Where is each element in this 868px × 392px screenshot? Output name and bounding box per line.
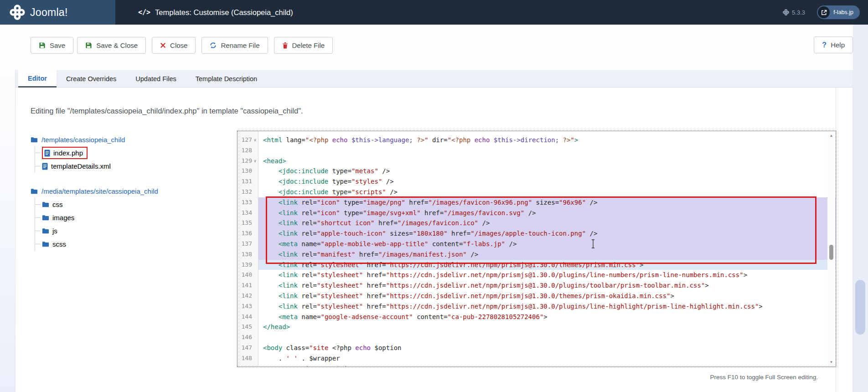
button-label: Close xyxy=(170,41,187,49)
code-line-149[interactable]: . ' view-' . $view xyxy=(258,364,836,366)
external-link-icon xyxy=(818,6,830,18)
fold-chevron-icon[interactable]: ∨ xyxy=(252,135,258,145)
brand-text: Joomla! xyxy=(30,6,68,19)
code-line-139[interactable]: <link rel="stylesheet" href="https://cdn… xyxy=(258,260,836,270)
tree-item-images[interactable]: images xyxy=(35,211,158,224)
fullscreen-hint: Press F10 to toggle Full Screen editing. xyxy=(237,374,836,381)
code-line-127[interactable]: <html lang="<?php echo $this->language; … xyxy=(258,135,836,145)
code-line-131[interactable]: <jdoc:include type="styles" /> xyxy=(258,176,836,187)
toolbar-button-group: Delete File xyxy=(274,37,333,54)
question-icon: ? xyxy=(822,41,827,49)
save-button[interactable]: Save xyxy=(31,37,73,54)
folder-icon xyxy=(42,215,49,221)
tree-connector xyxy=(35,217,41,218)
help-button[interactable]: ? Help xyxy=(814,36,853,53)
site-preview-button[interactable]: f-labs.jp xyxy=(817,5,860,19)
code-line-144[interactable]: <meta name="google-adsense-account" cont… xyxy=(258,312,836,322)
tree-folder-templates-cassiopeia-child[interactable]: /templates/cassiopeia_child xyxy=(31,133,158,146)
code-line-130[interactable]: <jdoc:include type="metas" /> xyxy=(258,166,836,176)
code-line-133[interactable]: <link rel="icon" type="image/png" href="… xyxy=(258,197,836,208)
gutter-line-number: 132 xyxy=(238,187,258,197)
tree-connector xyxy=(35,204,41,205)
tree-item-templatedetails-xml[interactable]: templateDetails.xml xyxy=(35,160,158,173)
tree-item-css[interactable]: css xyxy=(35,198,158,211)
gutter-line-number: 133 xyxy=(238,197,258,208)
gutter-line-number: 149 xyxy=(238,364,258,367)
code-line-136[interactable]: <link rel="apple-touch-icon" sizes="180x… xyxy=(258,228,836,239)
scrollbar-thumb[interactable] xyxy=(829,245,833,260)
save-close-button[interactable]: Save & Close xyxy=(77,37,146,54)
gutter-line-number: 138 xyxy=(238,249,258,260)
tree-item-label: index.php xyxy=(53,149,83,157)
tree-item-index-php[interactable]: index.php xyxy=(35,146,158,160)
editor-vertical-scrollbar[interactable]: ▲ ▼ xyxy=(827,132,835,366)
editing-file-note: Editing file "/templates/cassiopeia_chil… xyxy=(31,107,303,115)
version-text: 5.3.3 xyxy=(792,9,805,16)
code-line-137[interactable]: <meta name="apple-mobile-web-app-title" … xyxy=(258,239,836,249)
version-info: 5.3.3 xyxy=(783,0,805,25)
code-line-146[interactable] xyxy=(258,332,836,343)
tree-connector xyxy=(35,231,41,231)
gutter-line-number: 134 xyxy=(238,208,258,218)
card-left-border xyxy=(15,70,16,392)
code-line-147[interactable]: <body class="site <?php echo $option xyxy=(258,343,836,353)
sync-icon xyxy=(210,42,217,49)
scroll-up-arrow[interactable]: ▲ xyxy=(827,134,835,138)
tab-template-description[interactable]: Template Description xyxy=(186,70,267,88)
code-line-140[interactable]: <link rel="stylesheet" href="https://cdn… xyxy=(258,270,836,280)
tree-item-label: css xyxy=(52,201,63,208)
site-name-label: f-labs.jp xyxy=(830,9,859,15)
page-scrollbar[interactable] xyxy=(853,25,868,392)
code-line-148[interactable]: . ' ' . $wrapper xyxy=(258,353,836,364)
tree-item-label: templateDetails.xml xyxy=(51,162,111,170)
page-title: Templates: Customise (Cassiopeia_child) xyxy=(155,8,293,17)
tree-item-label: scss xyxy=(52,240,66,248)
tree-connector xyxy=(35,153,41,153)
code-line-134[interactable]: <link rel="icon" type="image/svg+xml" hr… xyxy=(258,208,836,218)
tree-children: index.phptemplateDetails.xml xyxy=(35,146,158,173)
folder-icon xyxy=(42,241,49,247)
code-line-132[interactable]: <jdoc:include type="scripts" /> xyxy=(258,187,836,197)
close-icon xyxy=(160,42,166,48)
fold-chevron-icon[interactable]: ∨ xyxy=(252,156,258,166)
gutter-line-number: 137 xyxy=(238,239,258,249)
scroll-down-arrow[interactable]: ▼ xyxy=(827,360,835,364)
gutter-line-number: 148 xyxy=(238,353,258,364)
tree-item-js[interactable]: js xyxy=(35,224,158,237)
tree-group: /templates/cassiopeia_childindex.phptemp… xyxy=(31,133,158,173)
tree-folder-media-templates-site-cassiopeia-child[interactable]: /media/templates/site/cassiopeia_child xyxy=(31,185,158,198)
gutter-line-number: 130 xyxy=(238,166,258,176)
code-line-145[interactable]: </head> xyxy=(258,322,836,332)
toolbar-button-group: Rename File xyxy=(202,37,268,54)
close-button[interactable]: Close xyxy=(152,37,196,54)
tree-item-label: images xyxy=(52,214,74,222)
code-line-141[interactable]: <link rel="stylesheet" href="https://cdn… xyxy=(258,280,836,291)
tree-item-scss[interactable]: scss xyxy=(35,237,158,251)
code-line-143[interactable]: <link rel="stylesheet" href="https://cdn… xyxy=(258,301,836,312)
code-icon: </> xyxy=(138,8,150,16)
tree-group: /media/templates/site/cassiopeia_childcs… xyxy=(31,185,158,251)
tab-editor[interactable]: Editor xyxy=(18,70,57,88)
delete-file-button[interactable]: Delete File xyxy=(274,37,333,54)
tab-updated-files[interactable]: Updated Files xyxy=(126,70,186,88)
file-icon xyxy=(44,150,50,157)
tree-children: cssimagesjsscss xyxy=(35,198,158,251)
gutter-line-number: 144 xyxy=(238,312,258,322)
code-line-128[interactable] xyxy=(258,145,836,156)
folder-icon xyxy=(42,228,49,234)
code-line-138[interactable]: <link rel="manifest" href="/images/manif… xyxy=(258,249,836,260)
folder-icon xyxy=(31,137,38,143)
code-editor[interactable]: 127∨128129∨13013113213313413513613713813… xyxy=(237,131,836,367)
code-line-129[interactable]: <head> xyxy=(258,156,836,166)
joomla-brand[interactable]: Joomla! xyxy=(0,0,115,25)
gutter-line-number: 143 xyxy=(238,301,258,312)
code-line-135[interactable]: <link rel="shortcut icon" href="/images/… xyxy=(258,218,836,228)
editor-code-area[interactable]: <html lang="<?php echo $this->language; … xyxy=(258,131,836,366)
toolbar-button-group: Close xyxy=(152,37,196,54)
rename-file-button[interactable]: Rename File xyxy=(202,37,268,54)
page-scrollbar-thumb[interactable] xyxy=(855,280,865,335)
code-line-142[interactable]: <link rel="stylesheet" href="https://cdn… xyxy=(258,291,836,301)
tree-connector xyxy=(35,166,41,166)
tab-create-overrides[interactable]: Create Overrides xyxy=(57,70,126,88)
gutter-line-number: 147 xyxy=(238,343,258,353)
